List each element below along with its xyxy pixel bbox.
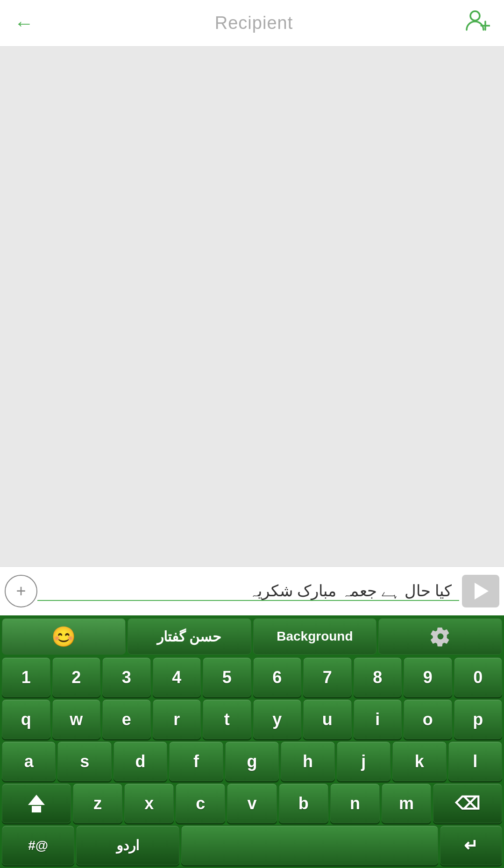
key-w[interactable]: w — [52, 699, 101, 739]
shift-key[interactable] — [2, 783, 71, 823]
key-t[interactable]: t — [203, 699, 251, 739]
key-e[interactable]: e — [102, 699, 151, 739]
key-g[interactable]: g — [225, 741, 279, 781]
qwerty-row: q w e r t y u i o p — [2, 699, 502, 739]
key-6[interactable]: 6 — [253, 657, 302, 697]
key-x[interactable]: x — [124, 783, 174, 823]
back-button[interactable]: ← — [14, 14, 34, 33]
symbols-key[interactable]: #@ — [2, 826, 74, 865]
enter-key[interactable]: ↵ — [440, 826, 502, 865]
key-2[interactable]: 2 — [52, 657, 101, 697]
key-m[interactable]: m — [382, 783, 431, 823]
background-button[interactable]: Background — [253, 618, 377, 655]
key-z[interactable]: z — [73, 783, 122, 823]
key-y[interactable]: y — [253, 699, 302, 739]
key-i[interactable]: i — [354, 699, 402, 739]
key-v[interactable]: v — [227, 783, 277, 823]
key-8[interactable]: 8 — [354, 657, 402, 697]
key-1[interactable]: 1 — [2, 657, 50, 697]
emoji-button[interactable]: 😊 — [2, 618, 126, 655]
key-p[interactable]: p — [454, 699, 503, 739]
enter-icon: ↵ — [464, 836, 478, 855]
backspace-icon: ⌫ — [455, 793, 480, 814]
key-9[interactable]: 9 — [404, 657, 452, 697]
send-button[interactable] — [462, 575, 499, 607]
key-q[interactable]: q — [2, 699, 50, 739]
settings-button[interactable] — [378, 618, 502, 655]
svg-point-0 — [470, 11, 480, 21]
key-l[interactable]: l — [448, 741, 502, 781]
add-user-button[interactable] — [465, 8, 490, 38]
key-5[interactable]: 5 — [203, 657, 251, 697]
asdf-row: a s d f g h j k l — [2, 741, 502, 781]
chat-area — [0, 47, 504, 566]
message-input[interactable] — [37, 582, 459, 601]
zxcv-row: z x c v b n m ⌫ — [2, 783, 502, 823]
key-j[interactable]: j — [337, 741, 390, 781]
urdu-key[interactable]: اردو — [76, 826, 179, 865]
key-7[interactable]: 7 — [303, 657, 352, 697]
key-r[interactable]: r — [153, 699, 201, 739]
key-a[interactable]: a — [2, 741, 56, 781]
key-c[interactable]: c — [176, 783, 225, 823]
key-0[interactable]: 0 — [454, 657, 503, 697]
key-k[interactable]: k — [392, 741, 446, 781]
space-key[interactable] — [181, 826, 438, 865]
key-b[interactable]: b — [279, 783, 328, 823]
key-u[interactable]: u — [303, 699, 352, 739]
bottom-row: #@ اردو ↵ — [2, 826, 502, 865]
backspace-key[interactable]: ⌫ — [433, 783, 502, 823]
add-user-icon — [465, 8, 490, 34]
recipient-field[interactable]: Recipient — [43, 13, 465, 33]
input-bar: + — [0, 566, 504, 615]
send-icon — [475, 583, 489, 600]
hassan-button[interactable]: حسن گفتار — [128, 618, 251, 655]
key-f[interactable]: f — [169, 741, 223, 781]
header: ← Recipient — [0, 0, 504, 47]
key-n[interactable]: n — [330, 783, 380, 823]
key-d[interactable]: d — [114, 741, 167, 781]
attach-button[interactable]: + — [5, 575, 37, 607]
key-4[interactable]: 4 — [153, 657, 201, 697]
shift-icon — [28, 795, 45, 812]
key-h[interactable]: h — [281, 741, 334, 781]
keyboard-toolbar: 😊 حسن گفتار Background — [2, 618, 502, 655]
gear-icon — [430, 626, 451, 647]
number-row: 1 2 3 4 5 6 7 8 9 0 — [2, 657, 502, 697]
keyboard: 😊 حسن گفتار Background 1 2 3 4 5 6 7 8 9… — [0, 615, 504, 868]
key-3[interactable]: 3 — [102, 657, 151, 697]
key-s[interactable]: s — [57, 741, 111, 781]
key-o[interactable]: o — [404, 699, 452, 739]
